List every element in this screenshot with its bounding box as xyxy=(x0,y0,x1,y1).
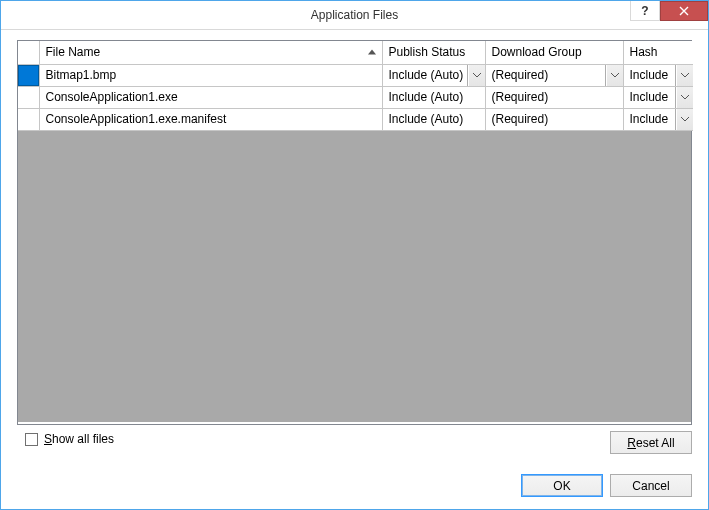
hash-combo-text: Include xyxy=(624,87,677,108)
files-grid[interactable]: File Name Publish Status Download Group … xyxy=(18,41,693,131)
hash-combo[interactable]: Include xyxy=(624,109,694,130)
row-marker[interactable] xyxy=(18,64,39,86)
hash-combo-dropdown-button[interactable] xyxy=(676,87,693,108)
grid-empty-area xyxy=(18,131,691,422)
publish-status-combo-text: Include (Auto) xyxy=(383,87,485,108)
reset-all-button[interactable]: Reset All xyxy=(610,431,692,454)
publish-status-combo-text: Include (Auto) xyxy=(383,65,468,86)
publish-status-cell[interactable]: Include (Auto) xyxy=(382,64,485,86)
download-group-cell: (Required) xyxy=(485,86,623,108)
hash-cell[interactable]: Include xyxy=(623,86,693,108)
row-marker[interactable] xyxy=(18,86,39,108)
table-row[interactable]: ConsoleApplication1.exe.manifestInclude … xyxy=(18,108,693,130)
dialog-title: Application Files xyxy=(1,8,708,22)
sort-asc-icon xyxy=(368,50,376,55)
hash-combo[interactable]: Include xyxy=(624,87,694,108)
hash-combo-text: Include xyxy=(624,65,677,86)
show-all-files-label[interactable]: Show all files xyxy=(44,432,114,446)
chevron-down-icon xyxy=(681,117,689,122)
file-name-cell[interactable]: ConsoleApplication1.exe xyxy=(39,86,382,108)
file-name-cell[interactable]: ConsoleApplication1.exe.manifest xyxy=(39,108,382,130)
column-file-name-label: File Name xyxy=(46,45,101,59)
hash-combo-dropdown-button[interactable] xyxy=(676,109,693,130)
ok-button[interactable]: OK xyxy=(521,474,603,497)
column-download-group[interactable]: Download Group xyxy=(485,41,623,64)
publish-status-combo[interactable]: Include (Auto) xyxy=(383,65,485,86)
show-all-files-checkbox[interactable] xyxy=(25,433,38,446)
chevron-down-icon xyxy=(611,73,619,78)
download-group-combo-text: (Required) xyxy=(486,65,606,86)
publish-status-combo: Include (Auto) xyxy=(383,87,485,108)
hash-cell[interactable]: Include xyxy=(623,64,693,86)
table-row[interactable]: Bitmap1.bmpInclude (Auto)(Required)Inclu… xyxy=(18,64,693,86)
hash-combo-text: Include xyxy=(624,109,677,130)
chevron-down-icon xyxy=(681,95,689,100)
chevron-down-icon xyxy=(681,73,689,78)
close-icon xyxy=(679,6,689,16)
table-row[interactable]: ConsoleApplication1.exeInclude (Auto)(Re… xyxy=(18,86,693,108)
column-hash[interactable]: Hash xyxy=(623,41,693,64)
row-marker[interactable] xyxy=(18,108,39,130)
file-name-cell[interactable]: Bitmap1.bmp xyxy=(39,64,382,86)
help-button[interactable]: ? xyxy=(630,1,660,21)
download-group-combo: (Required) xyxy=(486,87,623,108)
publish-status-cell: Include (Auto) xyxy=(382,108,485,130)
cancel-button[interactable]: Cancel xyxy=(610,474,692,497)
download-group-combo-text: (Required) xyxy=(486,109,623,130)
hash-cell[interactable]: Include xyxy=(623,108,693,130)
help-icon: ? xyxy=(641,4,648,18)
download-group-combo[interactable]: (Required) xyxy=(486,65,623,86)
publish-status-combo: Include (Auto) xyxy=(383,109,485,130)
column-file-name[interactable]: File Name xyxy=(39,41,382,64)
download-group-cell[interactable]: (Required) xyxy=(485,64,623,86)
chevron-down-icon xyxy=(473,73,481,78)
hash-combo-dropdown-button[interactable] xyxy=(676,65,693,86)
column-publish-status[interactable]: Publish Status xyxy=(382,41,485,64)
close-button[interactable] xyxy=(660,1,708,21)
hash-combo[interactable]: Include xyxy=(624,65,694,86)
row-header-column[interactable] xyxy=(18,41,39,64)
download-group-cell: (Required) xyxy=(485,108,623,130)
download-group-combo: (Required) xyxy=(486,109,623,130)
titlebar: Application Files ? xyxy=(1,1,708,30)
publish-status-combo-text: Include (Auto) xyxy=(383,109,485,130)
download-group-combo-dropdown-button[interactable] xyxy=(606,65,623,86)
files-grid-container: File Name Publish Status Download Group … xyxy=(17,40,692,425)
publish-status-combo-dropdown-button[interactable] xyxy=(468,65,485,86)
publish-status-cell: Include (Auto) xyxy=(382,86,485,108)
download-group-combo-text: (Required) xyxy=(486,87,623,108)
